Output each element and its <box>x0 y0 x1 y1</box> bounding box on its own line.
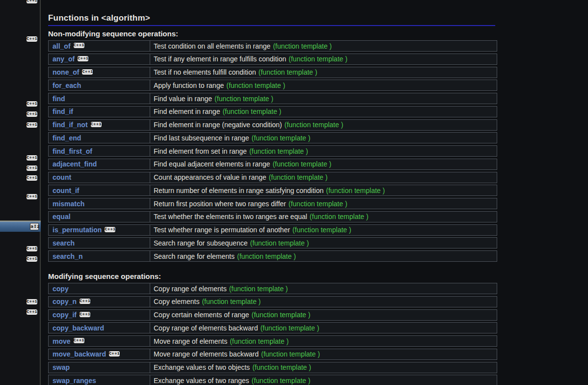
function-description-cell: Find element in range(function template … <box>150 107 497 117</box>
function-link-none_of[interactable]: none_of <box>53 68 79 76</box>
cpp11-badge-icon[interactable]: C++11 <box>26 299 38 305</box>
function-description: Apply function to range <box>154 82 224 89</box>
function-kind-label: (function template ) <box>326 187 385 194</box>
function-link-copy[interactable]: copy <box>53 285 69 293</box>
function-link-search[interactable]: search <box>53 239 75 247</box>
function-kind-label: (function template ) <box>289 200 347 208</box>
cpp11-badge-icon[interactable]: C++11 <box>26 36 38 42</box>
cpp11-badge-icon[interactable]: C++11 <box>26 256 38 262</box>
function-description-cell: Search range for elements(function templ… <box>150 251 497 261</box>
function-kind-label: (function template ) <box>273 42 332 50</box>
function-row: swap_rangesExchange values of two ranges… <box>48 375 497 385</box>
function-name-cell: count_if <box>49 185 150 195</box>
function-name-cell: search_n <box>49 251 150 261</box>
function-kind-label: (function template ) <box>272 160 331 168</box>
cpp11-badge-icon[interactable]: C++11 <box>26 246 38 252</box>
function-row: copyCopy range of elements(function temp… <box>48 283 497 294</box>
function-description: Test whether the elements in two ranges … <box>154 213 307 220</box>
function-description-cell: Find value in range(function template ) <box>150 93 497 104</box>
function-description: Find equal adjacent elements in range <box>154 160 270 168</box>
function-name-cell: for_each <box>49 80 150 90</box>
function-name-cell: search <box>49 238 150 248</box>
cpp11-badge-icon[interactable]: C++11 <box>26 111 38 117</box>
function-link-find[interactable]: find <box>53 95 65 103</box>
cpp11-badge-icon[interactable]: C++11 <box>26 175 38 181</box>
function-row: find_endFind last subsequence in range(f… <box>48 132 497 143</box>
page-title: Functions in <algorithm> <box>48 13 495 26</box>
function-kind-label: (function template ) <box>259 68 318 76</box>
function-description-cell: Search range for subsequence(function te… <box>150 238 497 248</box>
cpp11-badge-icon: C++11 <box>104 226 116 233</box>
function-link-count[interactable]: count <box>53 173 71 181</box>
function-link-find_end[interactable]: find_end <box>53 134 81 142</box>
function-link-move_backward[interactable]: move_backward <box>53 350 106 358</box>
alphabetical-index-icon[interactable]: a↕z <box>30 223 39 230</box>
function-link-move[interactable]: move <box>53 337 71 345</box>
function-name-cell: none_ofC++11 <box>49 67 150 78</box>
function-description: Exchange values of two ranges <box>154 377 249 385</box>
function-description: Copy range of elements backward <box>154 324 258 332</box>
function-name-cell: find <box>49 93 150 104</box>
function-name-cell: move_backwardC++11 <box>49 349 150 359</box>
function-link-copy_backward[interactable]: copy_backward <box>53 324 104 332</box>
function-link-copy_n[interactable]: copy_n <box>53 298 77 305</box>
function-link-count_if[interactable]: count_if <box>53 187 79 194</box>
function-name-cell: all_ofC++11 <box>49 41 150 51</box>
function-link-all_of[interactable]: all_of <box>53 42 71 50</box>
function-description-cell: Test if no elements fulfill condition(fu… <box>150 67 497 78</box>
function-row: find_first_ofFind element from set in ra… <box>48 145 497 157</box>
section-heading: Non-modifying sequence operations: <box>48 29 497 38</box>
function-name-cell: find_if_notC++11 <box>49 120 150 130</box>
function-row: for_eachApply function to range(function… <box>48 80 497 91</box>
cpp11-badge-icon[interactable]: C++11 <box>26 0 38 4</box>
function-kind-label: (function template ) <box>310 213 369 220</box>
function-kind-label: (function template ) <box>250 239 309 247</box>
function-kind-label: (function template ) <box>252 311 311 319</box>
function-kind-label: (function template ) <box>202 298 261 305</box>
function-link-swap[interactable]: swap <box>53 363 70 371</box>
function-link-copy_if[interactable]: copy_if <box>53 311 77 319</box>
function-link-swap_ranges[interactable]: swap_ranges <box>53 377 96 385</box>
cpp11-badge-icon[interactable]: C++11 <box>26 122 38 128</box>
cpp11-badge-icon[interactable]: C++11 <box>26 309 38 315</box>
function-link-mismatch[interactable]: mismatch <box>53 200 84 208</box>
function-description: Copy range of elements <box>154 285 227 293</box>
function-row: none_ofC++11Test if no elements fulfill … <box>48 67 497 78</box>
cpp11-badge-icon: C++11 <box>108 351 120 357</box>
function-link-equal[interactable]: equal <box>53 213 71 220</box>
cpp11-badge-icon[interactable]: C++11 <box>26 165 38 171</box>
main-content: Functions in <algorithm> Non-modifying s… <box>48 0 497 385</box>
cpp11-badge-icon: C++11 <box>77 55 89 62</box>
function-link-adjacent_find[interactable]: adjacent_find <box>53 160 97 168</box>
function-sections: Non-modifying sequence operations:all_of… <box>48 29 497 385</box>
cpp11-badge-icon[interactable]: C++11 <box>26 193 38 200</box>
function-description: Search range for elements <box>154 252 235 260</box>
function-row: find_ifFind element in range(function te… <box>48 106 497 117</box>
function-description-cell: Test whether the elements in two ranges … <box>150 212 497 222</box>
function-link-is_permutation[interactable]: is_permutation <box>53 226 102 234</box>
sidebar-selected-item[interactable]: a↕z <box>0 221 41 232</box>
function-link-find_first_of[interactable]: find_first_of <box>53 147 92 155</box>
function-description: Search range for subsequence <box>154 239 247 247</box>
function-description: Find value in range <box>154 95 212 103</box>
function-name-cell: equal <box>49 212 150 222</box>
cpp11-badge-icon: C++11 <box>73 42 85 49</box>
function-description-cell: Exchange values of two objects(function … <box>150 362 497 373</box>
function-link-search_n[interactable]: search_n <box>53 252 82 260</box>
function-description-cell: Test condition on all elements in range(… <box>150 41 497 51</box>
function-description: Test whether range is permutation of ano… <box>154 226 290 234</box>
function-name-cell: find_end <box>49 133 150 143</box>
function-description-cell: Find element in range (negative conditio… <box>150 120 497 130</box>
cpp11-badge-icon[interactable]: C++11 <box>26 101 38 107</box>
function-kind-label: (function template ) <box>237 252 296 260</box>
function-description: Exchange values of two objects <box>154 363 250 371</box>
function-link-find_if[interactable]: find_if <box>53 108 73 115</box>
function-link-any_of[interactable]: any_of <box>53 55 75 63</box>
cpp11-badge-icon[interactable]: C++11 <box>26 155 38 161</box>
function-description-cell: Copy elements(function template ) <box>150 297 497 307</box>
function-link-for_each[interactable]: for_each <box>53 82 81 89</box>
function-description-cell: Apply function to range(function templat… <box>150 80 497 90</box>
function-row: move_backwardC++11Move range of elements… <box>48 349 497 360</box>
function-description-cell: Find last subsequence in range(function … <box>150 133 497 143</box>
function-link-find_if_not[interactable]: find_if_not <box>53 121 88 129</box>
